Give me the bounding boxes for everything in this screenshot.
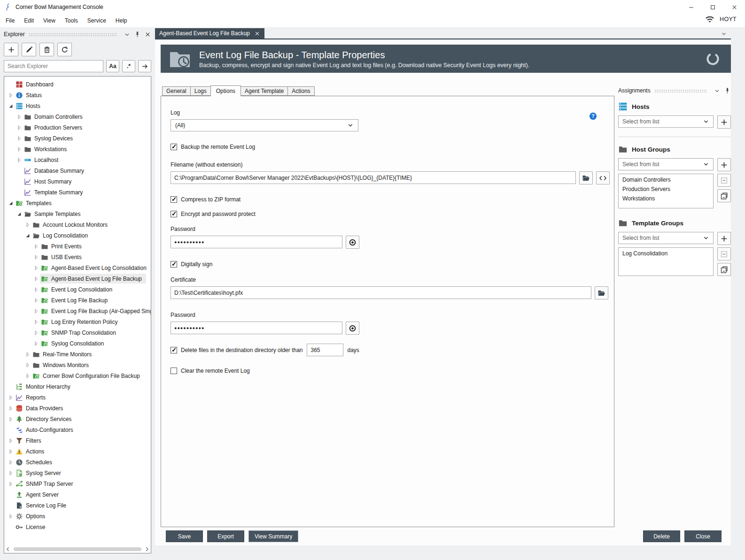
pin-icon[interactable]	[134, 31, 141, 38]
tree-item[interactable]: Dashboard	[4, 79, 151, 90]
tree-expand-arrow-icon[interactable]	[32, 286, 40, 293]
scroll-left-icon[interactable]	[4, 545, 12, 553]
compress-checkbox[interactable]	[171, 196, 177, 203]
tree-item[interactable]: Corner Bowl Configuration File Backup	[4, 370, 151, 381]
list-item[interactable]: Workstations	[619, 194, 713, 203]
host-groups-select[interactable]: Select from list	[618, 158, 714, 170]
tree-expand-arrow-icon[interactable]	[16, 124, 23, 131]
tree-item-main[interactable]: Log Entry Retention Policy	[40, 317, 122, 327]
tree-expand-arrow-icon[interactable]	[7, 92, 15, 99]
tree-item[interactable]: Print Events	[4, 241, 151, 252]
tree-item[interactable]: Options	[4, 511, 151, 522]
tree-expand-arrow-icon[interactable]	[32, 318, 40, 326]
backup-checkbox[interactable]	[171, 144, 177, 150]
tree-expand-arrow-icon[interactable]	[16, 113, 23, 121]
chevron-down-icon[interactable]	[714, 87, 721, 94]
menu-edit[interactable]: Edit	[19, 15, 39, 26]
tree-item-main[interactable]: Filters	[15, 436, 46, 445]
tree-item-main[interactable]: Agent-Based Event Log File Backup	[40, 274, 146, 284]
tree-item[interactable]: Account Lockout Monitors	[4, 219, 151, 230]
certificate-password-input[interactable]	[171, 322, 342, 334]
log-dropdown[interactable]: (All)	[171, 119, 358, 131]
tree-expand-arrow-icon[interactable]	[32, 264, 40, 272]
add-template-group-button[interactable]	[717, 232, 731, 245]
tree-expand-arrow-icon[interactable]	[7, 405, 15, 412]
tree-item[interactable]: Monitor Hierarchy	[4, 381, 151, 392]
tree-item[interactable]: Hosts	[4, 100, 151, 111]
export-button[interactable]: Export	[207, 530, 244, 542]
tree-collapse-arrow-icon[interactable]	[7, 102, 15, 110]
tree-item-main[interactable]: Dashboard	[15, 79, 58, 89]
tree-item[interactable]: Filters	[4, 435, 151, 446]
filename-input[interactable]	[171, 171, 576, 184]
clear-event-log-checkbox[interactable]	[171, 368, 177, 374]
tree-item[interactable]: Sample Templates	[4, 208, 151, 219]
tree-item[interactable]: Log Entry Retention Policy	[4, 316, 151, 327]
copy-host-groups-button[interactable]	[717, 189, 731, 202]
remove-host-group-button[interactable]	[717, 174, 731, 187]
tree-expand-arrow-icon[interactable]	[7, 437, 15, 445]
tree-item-main[interactable]: Actions	[15, 446, 48, 456]
tree-item-main[interactable]: Corner Bowl Configuration File Backup	[31, 371, 144, 381]
refresh-button[interactable]	[57, 43, 72, 56]
search-go-button[interactable]	[138, 60, 151, 72]
tree-item-main[interactable]: Real-Time Monitors	[31, 349, 96, 359]
scrollbar-thumb[interactable]	[14, 547, 141, 551]
tree-item-main[interactable]: Production Servers	[23, 123, 86, 132]
tree-item[interactable]: Templates	[4, 198, 151, 208]
tree-item[interactable]: Template Summary	[4, 187, 151, 198]
tree-item-main[interactable]: SNMP Trap Consolidation	[40, 328, 120, 338]
scroll-right-icon[interactable]	[143, 545, 151, 553]
tree-item[interactable]: USB Events	[4, 252, 151, 262]
tree-item-main[interactable]: SNMP Trap Server	[15, 479, 77, 489]
tree-item-main[interactable]: Event Log Consolidation	[40, 284, 116, 294]
menu-file[interactable]: File	[1, 15, 19, 26]
show-password-button[interactable]	[346, 236, 359, 249]
tree-item[interactable]: Workstations	[4, 144, 151, 154]
tree-item-main[interactable]: Windows Monitors	[31, 360, 93, 370]
list-item[interactable]: Production Servers	[619, 184, 713, 194]
tree-item-main[interactable]: Domain Controllers	[23, 112, 87, 122]
delete-days-input[interactable]	[307, 344, 343, 356]
encrypt-checkbox[interactable]	[171, 211, 177, 217]
tree-item-main[interactable]: Auto-Configurators	[15, 425, 78, 435]
tab-logs[interactable]: Logs	[190, 86, 211, 96]
tree-expand-arrow-icon[interactable]	[24, 361, 31, 369]
add-host-button[interactable]	[717, 115, 731, 129]
minimize-button[interactable]	[680, 0, 702, 14]
tree-item-main[interactable]: Schedules	[15, 457, 56, 467]
tree-item[interactable]: Service Log File	[4, 500, 151, 511]
tree-expand-arrow-icon[interactable]	[32, 243, 40, 250]
tree-expand-arrow-icon[interactable]	[7, 469, 15, 477]
tree-item-main[interactable]: Templates	[15, 198, 56, 208]
tree-item-main[interactable]: Agent Server	[15, 490, 63, 499]
tree-expand-arrow-icon[interactable]	[7, 394, 15, 401]
tree-item-main[interactable]: Sample Templates	[23, 209, 85, 219]
tree-expand-arrow-icon[interactable]	[7, 459, 15, 466]
tree-item[interactable]: Localhost	[4, 154, 151, 165]
tree-item[interactable]: Event Log Consolidation	[4, 284, 151, 295]
tree-item[interactable]: Data Providers	[4, 403, 151, 414]
tree-expand-arrow-icon[interactable]	[32, 275, 40, 283]
tree-item[interactable]: Windows Monitors	[4, 360, 151, 370]
close-button[interactable]	[723, 0, 745, 14]
host-groups-list[interactable]: Domain ControllersProduction ServersWork…	[618, 174, 714, 208]
tree-item-main[interactable]: Data Providers	[15, 403, 67, 413]
tree-item-main[interactable]: Print Events	[40, 241, 86, 251]
tree-item[interactable]: Syslog Server	[4, 468, 151, 478]
tree-item[interactable]: Log Consolidation	[4, 230, 151, 241]
tree-expand-arrow-icon[interactable]	[32, 329, 40, 337]
tree-item-main[interactable]: Options	[15, 511, 49, 521]
tree-item-main[interactable]: Syslog Devices	[23, 133, 77, 143]
remove-template-group-button[interactable]	[717, 247, 731, 261]
tree-expand-arrow-icon[interactable]	[32, 340, 40, 347]
tree-expand-arrow-icon[interactable]	[7, 415, 15, 423]
view-summary-button[interactable]: View Summary	[248, 530, 298, 542]
delete-button[interactable]	[39, 43, 54, 56]
tree-item[interactable]: Actions	[4, 446, 151, 457]
tree-item[interactable]: Auto-Configurators	[4, 424, 151, 435]
tree-item[interactable]: Event Log File Backup (Air-Gapped Sing	[4, 306, 151, 316]
tree-item[interactable]: SNMP Trap Consolidation	[4, 327, 151, 338]
tree-item[interactable]: Domain Controllers	[4, 111, 151, 122]
tab-agent-template[interactable]: Agent Template	[241, 86, 288, 96]
